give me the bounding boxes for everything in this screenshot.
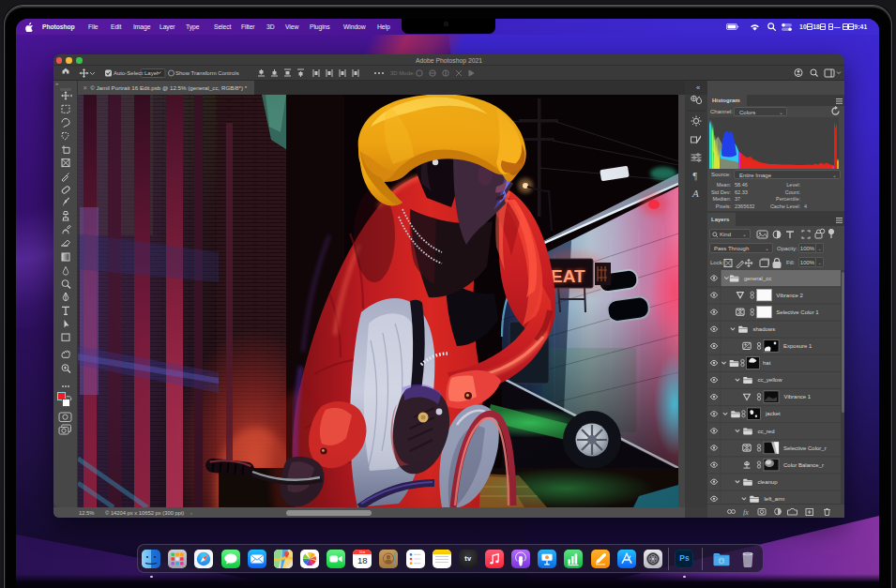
svg-text:jacket: jacket [765,411,781,416]
svg-text:cleanup: cleanup [758,479,779,485]
svg-text:Color Balance_r: Color Balance_r [783,462,824,468]
svg-text:Vibrance 1: Vibrance 1 [784,394,812,400]
svg-text:cc_yellow: cc_yellow [758,377,783,383]
svg-text:3D Mode:: 3D Mode: [390,70,415,76]
svg-text:left_arm: left_arm [765,496,785,502]
svg-text:Auto-Select:: Auto-Select: [114,70,144,76]
svg-text:¶: ¶ [693,171,698,181]
svg-text:fx: fx [743,508,749,517]
svg-text:Vibrance 2: Vibrance 2 [776,293,803,298]
svg-text:A: A [691,188,699,199]
svg-text:Selective Color_r: Selective Color_r [783,445,827,451]
svg-text:hat: hat [763,360,771,366]
svg-text:shadows: shadows [753,326,776,332]
svg-text:Selective Color 1: Selective Color 1 [776,309,819,315]
svg-text:Layer: Layer [144,70,159,76]
svg-text:cc_red: cc_red [758,429,775,434]
svg-text:Show Transform Controls: Show Transform Controls [175,70,239,76]
svg-text:Exposure 1: Exposure 1 [783,343,812,349]
svg-text:general_cc: general_cc [744,276,771,281]
